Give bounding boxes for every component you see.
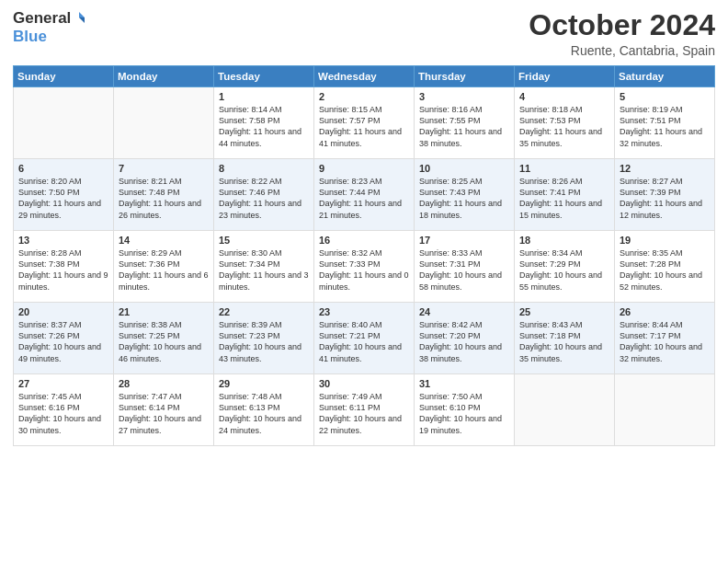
table-row: 16Sunrise: 8:32 AMSunset: 7:33 PMDayligh…	[314, 231, 415, 303]
day-number: 18	[519, 235, 609, 246]
title-block: October 2024 Ruente, Cantabria, Spain	[529, 9, 715, 58]
svg-marker-0	[79, 12, 85, 17]
day-number: 26	[620, 306, 710, 317]
cell-content: Sunrise: 8:23 AMSunset: 7:44 PMDaylight:…	[319, 176, 409, 221]
cell-content: Sunrise: 7:48 AMSunset: 6:13 PMDaylight:…	[219, 391, 309, 436]
table-row: 28Sunrise: 7:47 AMSunset: 6:14 PMDayligh…	[114, 374, 214, 446]
cell-content: Sunrise: 8:15 AMSunset: 7:57 PMDaylight:…	[319, 104, 409, 149]
table-row: 26Sunrise: 8:44 AMSunset: 7:17 PMDayligh…	[615, 303, 715, 374]
cell-content: Sunrise: 8:26 AMSunset: 7:41 PMDaylight:…	[519, 176, 609, 221]
col-sunday: Sunday	[14, 66, 114, 87]
table-row	[114, 87, 214, 159]
table-row: 24Sunrise: 8:42 AMSunset: 7:20 PMDayligh…	[415, 303, 515, 374]
table-row: 30Sunrise: 7:49 AMSunset: 6:11 PMDayligh…	[314, 374, 415, 446]
cell-content: Sunrise: 8:38 AMSunset: 7:25 PMDaylight:…	[119, 319, 209, 364]
table-row: 21Sunrise: 8:38 AMSunset: 7:25 PMDayligh…	[114, 303, 214, 374]
cell-content: Sunrise: 8:19 AMSunset: 7:51 PMDaylight:…	[620, 104, 710, 149]
cell-content: Sunrise: 7:50 AMSunset: 6:10 PMDaylight:…	[419, 391, 509, 436]
location: Ruente, Cantabria, Spain	[529, 43, 715, 58]
header: General Blue October 2024 Ruente, Cantab…	[13, 9, 715, 58]
day-number: 23	[319, 306, 409, 317]
table-row: 7Sunrise: 8:21 AMSunset: 7:48 PMDaylight…	[114, 159, 214, 231]
cell-content: Sunrise: 8:34 AMSunset: 7:29 PMDaylight:…	[519, 247, 609, 293]
table-row: 9Sunrise: 8:23 AMSunset: 7:44 PMDaylight…	[314, 159, 415, 231]
day-number: 16	[319, 235, 409, 246]
day-number: 14	[119, 235, 209, 246]
day-number: 11	[519, 163, 609, 174]
day-number: 6	[18, 163, 108, 174]
table-row: 13Sunrise: 8:28 AMSunset: 7:38 PMDayligh…	[14, 231, 114, 303]
calendar-week-row: 1Sunrise: 8:14 AMSunset: 7:58 PMDaylight…	[14, 87, 715, 159]
day-number: 9	[319, 163, 409, 174]
cell-content: Sunrise: 8:22 AMSunset: 7:46 PMDaylight:…	[219, 176, 309, 221]
logo-blue: Blue	[13, 28, 47, 45]
logo: General Blue	[13, 9, 86, 46]
cell-content: Sunrise: 8:39 AMSunset: 7:23 PMDaylight:…	[219, 319, 309, 364]
table-row: 8Sunrise: 8:22 AMSunset: 7:46 PMDaylight…	[214, 159, 314, 231]
table-row: 1Sunrise: 8:14 AMSunset: 7:58 PMDaylight…	[214, 87, 314, 159]
cell-content: Sunrise: 8:18 AMSunset: 7:53 PMDaylight:…	[519, 104, 609, 149]
day-number: 30	[319, 378, 409, 389]
day-number: 24	[419, 306, 509, 317]
day-number: 19	[620, 235, 710, 246]
logo-general: General	[13, 9, 71, 28]
cell-content: Sunrise: 7:49 AMSunset: 6:11 PMDaylight:…	[319, 391, 409, 436]
table-row: 3Sunrise: 8:16 AMSunset: 7:55 PMDaylight…	[415, 87, 515, 159]
cell-content: Sunrise: 8:35 AMSunset: 7:28 PMDaylight:…	[620, 247, 710, 293]
svg-marker-1	[79, 17, 85, 23]
day-number: 27	[18, 378, 108, 389]
table-row: 14Sunrise: 8:29 AMSunset: 7:36 PMDayligh…	[114, 231, 214, 303]
day-number: 8	[219, 163, 309, 174]
table-row	[14, 87, 114, 159]
table-row	[615, 374, 715, 446]
cell-content: Sunrise: 8:42 AMSunset: 7:20 PMDaylight:…	[419, 319, 509, 364]
day-number: 21	[119, 306, 209, 317]
day-number: 2	[319, 91, 409, 102]
day-number: 31	[419, 378, 509, 389]
col-wednesday: Wednesday	[314, 66, 415, 87]
col-monday: Monday	[114, 66, 214, 87]
day-number: 5	[620, 91, 710, 102]
table-row: 25Sunrise: 8:43 AMSunset: 7:18 PMDayligh…	[515, 303, 615, 374]
table-row: 29Sunrise: 7:48 AMSunset: 6:13 PMDayligh…	[214, 374, 314, 446]
table-row: 11Sunrise: 8:26 AMSunset: 7:41 PMDayligh…	[515, 159, 615, 231]
table-row: 20Sunrise: 8:37 AMSunset: 7:26 PMDayligh…	[14, 303, 114, 374]
cell-content: Sunrise: 8:27 AMSunset: 7:39 PMDaylight:…	[620, 176, 710, 221]
table-row: 27Sunrise: 7:45 AMSunset: 6:16 PMDayligh…	[14, 374, 114, 446]
day-number: 3	[419, 91, 509, 102]
day-number: 28	[119, 378, 209, 389]
table-row: 23Sunrise: 8:40 AMSunset: 7:21 PMDayligh…	[314, 303, 415, 374]
table-row: 10Sunrise: 8:25 AMSunset: 7:43 PMDayligh…	[415, 159, 515, 231]
day-number: 20	[18, 306, 108, 317]
day-number: 29	[219, 378, 309, 389]
day-number: 10	[419, 163, 509, 174]
calendar-week-row: 20Sunrise: 8:37 AMSunset: 7:26 PMDayligh…	[14, 303, 715, 374]
day-number: 25	[519, 306, 609, 317]
calendar-header-row: Sunday Monday Tuesday Wednesday Thursday…	[14, 66, 715, 87]
day-number: 7	[119, 163, 209, 174]
cell-content: Sunrise: 8:28 AMSunset: 7:38 PMDaylight:…	[18, 247, 108, 293]
table-row: 17Sunrise: 8:33 AMSunset: 7:31 PMDayligh…	[415, 231, 515, 303]
cell-content: Sunrise: 8:40 AMSunset: 7:21 PMDaylight:…	[319, 319, 409, 364]
day-number: 17	[419, 235, 509, 246]
table-row: 12Sunrise: 8:27 AMSunset: 7:39 PMDayligh…	[615, 159, 715, 231]
day-number: 15	[219, 235, 309, 246]
day-number: 13	[18, 235, 108, 246]
calendar: Sunday Monday Tuesday Wednesday Thursday…	[13, 65, 715, 446]
table-row	[515, 374, 615, 446]
day-number: 12	[620, 163, 710, 174]
cell-content: Sunrise: 8:29 AMSunset: 7:36 PMDaylight:…	[119, 247, 209, 293]
table-row: 18Sunrise: 8:34 AMSunset: 7:29 PMDayligh…	[515, 231, 615, 303]
col-saturday: Saturday	[615, 66, 715, 87]
table-row: 6Sunrise: 8:20 AMSunset: 7:50 PMDaylight…	[14, 159, 114, 231]
col-thursday: Thursday	[415, 66, 515, 87]
col-friday: Friday	[515, 66, 615, 87]
cell-content: Sunrise: 8:44 AMSunset: 7:17 PMDaylight:…	[620, 319, 710, 364]
logo-icon	[72, 10, 86, 25]
cell-content: Sunrise: 7:45 AMSunset: 6:16 PMDaylight:…	[18, 391, 108, 436]
table-row: 2Sunrise: 8:15 AMSunset: 7:57 PMDaylight…	[314, 87, 415, 159]
day-number: 1	[219, 91, 309, 102]
calendar-week-row: 6Sunrise: 8:20 AMSunset: 7:50 PMDaylight…	[14, 159, 715, 231]
table-row: 19Sunrise: 8:35 AMSunset: 7:28 PMDayligh…	[615, 231, 715, 303]
day-number: 4	[519, 91, 609, 102]
